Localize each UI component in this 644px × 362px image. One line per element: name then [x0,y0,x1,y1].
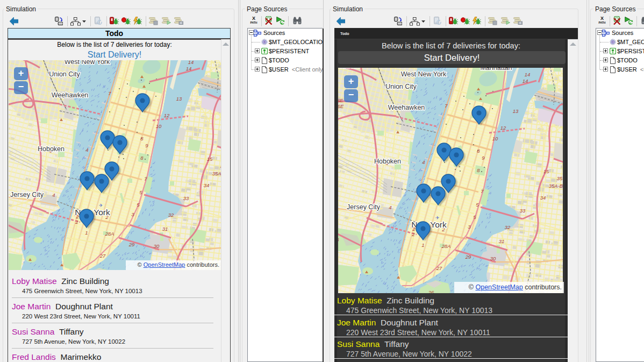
svg-text:PATH: PATH [599,21,606,24]
svg-text:PATH: PATH [251,21,257,24]
svg-text:X: X [600,16,604,21]
svg-text:X: X [252,16,255,21]
